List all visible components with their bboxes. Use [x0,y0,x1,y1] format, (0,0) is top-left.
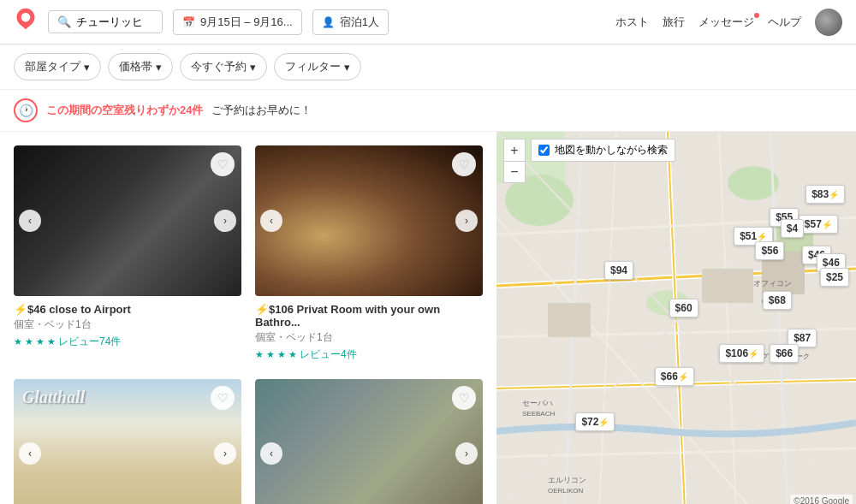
listing-stars: ★★★★レビュー74件 [14,335,241,349]
star-icon: ★ [25,336,33,347]
chevron-down-icon: ▾ [250,61,256,74]
pin-label: $72⚡ [581,416,609,428]
chevron-down-icon: ▾ [84,61,90,74]
lightning-icon: ⚡ [255,303,269,316]
pin-label: $66 [776,347,793,359]
price-pin[interactable]: $25 [820,268,849,287]
avatar[interactable] [815,9,842,36]
guest-icon: 👤 [322,16,335,28]
listing-prev-button[interactable]: ‹ [260,210,282,232]
map-search-checkbox[interactable]: 地図を動かしながら検索 [531,139,675,162]
pin-label: $4 [787,222,798,234]
star-icon: ★ [14,336,22,347]
logo[interactable] [14,7,38,37]
nav-messages[interactable]: メッセージ [698,15,754,30]
listing-card[interactable]: Glatthall ♡ ‹ › [14,379,241,504]
header: 🔍 📅 9月15日 – 9月16... 👤 宿泊1人 ホスト 旅行 メッセージ … [0,0,856,44]
pin-label: $25 [826,271,843,283]
pin-label: $94 [610,264,627,276]
listing-prev-button[interactable]: ‹ [19,210,41,232]
listing-card[interactable]: ♡ ‹ › ⚡$46 close to Airport 個室・ベッド1台 ★★★… [14,145,241,365]
listing-type: 個室・ベッド1台 [255,330,483,345]
svg-text:OERLIKON: OERLIKON [548,487,584,495]
listing-next-button[interactable]: › [455,210,478,232]
guest-value: 宿泊1人 [340,15,379,30]
zoom-out-button[interactable]: − [503,161,526,183]
svg-text:SEEBACH: SEEBACH [522,410,555,418]
price-pin[interactable]: $94 [604,261,633,280]
date-value: 9月15日 – 9月16... [200,15,293,30]
search-bar[interactable]: 🔍 [48,10,163,33]
listing-title: close to Airport [49,303,131,316]
listing-heart-button[interactable]: ♡ [452,386,476,410]
listing-image [255,145,483,296]
listing-watermark: Glatthall [22,388,85,407]
listing-card[interactable]: ♡ ‹ › [255,379,483,504]
listings-grid: ♡ ‹ › ⚡$46 close to Airport 個室・ベッド1台 ★★★… [14,145,483,504]
price-pin[interactable]: $56 [755,241,784,260]
price-pin[interactable]: $57⚡ [799,215,838,234]
listing-prev-button[interactable]: ‹ [19,442,41,465]
pin-lightning-icon: ⚡ [748,349,758,359]
listing-type: 個室・ベッド1台 [14,317,241,332]
star-icon: ★ [36,336,45,347]
search-input[interactable] [76,15,153,28]
listing-image [255,379,483,504]
filter-instant-book[interactable]: 今すぐ予約 ▾ [180,53,267,80]
price-pin[interactable]: $72⚡ [575,412,615,431]
pin-label: $60 [675,302,693,314]
listing-reviews: レビュー4件 [300,347,357,362]
nav-host[interactable]: ホスト [615,15,649,30]
listing-heart-button[interactable]: ♡ [452,152,476,176]
star-icon: ★ [288,349,297,360]
listing-card[interactable]: ♡ ‹ › ⚡$106 Privat Room with your own Ba… [255,145,483,365]
pin-label: $66⚡ [661,371,688,382]
svg-rect-24 [548,303,591,337]
price-pin[interactable]: $83⚡ [805,185,845,204]
pin-label: $57⚡ [805,218,832,230]
listing-next-button[interactable]: › [455,442,478,465]
filter-more[interactable]: フィルター ▾ [274,53,361,80]
lightning-icon: ⚡ [14,303,27,316]
listing-heart-button[interactable]: ♡ [211,152,235,176]
listing-heart-button[interactable]: ♡ [211,386,235,410]
filter-room-type[interactable]: 部屋タイプ ▾ [14,53,101,80]
star-icon: ★ [277,349,286,360]
listing-reviews: レビュー74件 [58,335,121,349]
star-icon: ★ [266,349,275,360]
chevron-down-icon: ▾ [156,61,162,74]
nav-help[interactable]: ヘルプ [768,15,801,30]
filter-price[interactable]: 価格帯 ▾ [108,53,173,80]
price-pin[interactable]: $66⚡ [655,367,694,386]
price-pin[interactable]: $68 [763,291,792,310]
alert-banner: 🕐 この期間の空室残りわずか24件 ご予約はお早めに！ [0,90,856,132]
alert-icon: 🕐 [14,98,38,122]
alert-bold-text: この期間の空室残りわずか24件 [46,103,203,118]
star-icon: ★ [47,336,56,347]
pin-lightning-icon: ⚡ [822,220,832,229]
map-panel: セーバハ SEEBACH エルリコン OERLIKON オフィコン nikon … [496,132,856,504]
price-pin[interactable]: $106⚡ [719,344,764,363]
price-pin[interactable]: $4 [781,219,804,238]
svg-text:エルリコン: エルリコン [548,476,586,484]
zoom-in-button[interactable]: + [503,139,526,161]
listing-info: ⚡$46 close to Airport 個室・ベッド1台 ★★★★レビュー7… [14,296,241,353]
listing-next-button[interactable]: › [214,210,236,232]
listing-image-wrap: ♡ ‹ › [255,379,483,504]
listings-panel: ♡ ‹ › ⚡$46 close to Airport 個室・ベッド1台 ★★★… [0,132,496,504]
pin-label: $83⚡ [811,188,839,200]
nav-travel[interactable]: 旅行 [663,15,685,30]
main-nav: ホスト 旅行 メッセージ ヘルプ [615,9,842,36]
map-checkbox-label: 地図を動かしながら検索 [555,143,668,157]
listing-price: ⚡$106 Privat Room with your own Bathro..… [255,303,483,329]
listing-prev-button[interactable]: ‹ [260,442,282,465]
guest-picker[interactable]: 👤 宿泊1人 [312,9,389,35]
price-pin[interactable]: $60 [669,299,698,317]
pin-label: $56 [761,245,778,257]
filters-bar: 部屋タイプ ▾ 価格帯 ▾ 今すぐ予約 ▾ フィルター ▾ [0,44,856,90]
price-pin[interactable]: $66 [770,344,799,363]
date-picker[interactable]: 📅 9月15日 – 9月16... [173,9,302,35]
pin-lightning-icon: ⚡ [678,372,688,382]
map-checkbox-input[interactable] [538,145,550,156]
listing-next-button[interactable]: › [214,442,236,465]
